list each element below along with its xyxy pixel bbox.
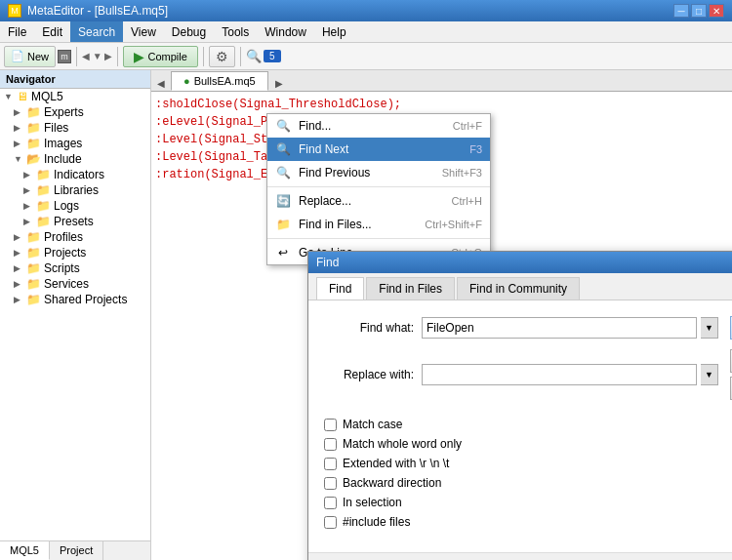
find-what-row: Find what: ▼ Find Next bbox=[324, 316, 732, 340]
nav-arrows: ◀ ▼ ▶ bbox=[82, 51, 112, 61]
expand-icon: ▶ bbox=[14, 279, 23, 289]
nav-tree: ▼ 🖥 MQL5 ▶ 📁 Experts ▶ 📁 Files ▶ 📁 Image… bbox=[0, 89, 150, 540]
folder-icon: 📁 bbox=[36, 215, 51, 228]
menu-find[interactable]: 🔍 Find... Ctrl+F bbox=[267, 114, 490, 138]
find-icon: 🔍 bbox=[275, 118, 291, 134]
tab-prev[interactable]: ◀ bbox=[151, 76, 171, 91]
app-icon: M bbox=[8, 4, 21, 18]
expand-icon: ▶ bbox=[23, 201, 33, 211]
menu-debug[interactable]: Debug bbox=[164, 21, 214, 42]
replace-with-input[interactable] bbox=[422, 364, 697, 385]
menu-window[interactable]: Window bbox=[257, 21, 314, 42]
folder-open-icon: 📂 bbox=[26, 152, 41, 166]
match-case-checkbox[interactable] bbox=[324, 419, 337, 431]
badge-count: 5 bbox=[264, 50, 281, 62]
goto-icon: ↩ bbox=[275, 245, 291, 260]
nav-shared-projects[interactable]: ▶ 📁 Shared Projects bbox=[0, 292, 150, 307]
navigator-header: Navigator bbox=[0, 70, 150, 89]
find-next-icon: 🔍 bbox=[275, 141, 291, 157]
compile-button[interactable]: ▶ Compile bbox=[123, 46, 197, 67]
nav-projects[interactable]: ▶ 📁 Projects bbox=[0, 245, 150, 260]
tab-next[interactable]: ▶ bbox=[269, 76, 289, 91]
folder-icon: 📁 bbox=[26, 277, 41, 291]
nav-logs[interactable]: ▶ 📁 Logs bbox=[0, 198, 150, 214]
title-bar: M MetaEditor - [BullsEA.mq5] ─ □ ✕ bbox=[0, 0, 732, 21]
minimize-button[interactable]: ─ bbox=[673, 4, 689, 18]
nav-images[interactable]: ▶ 📁 Images bbox=[0, 136, 150, 151]
editor-tabs: ◀ ● BullsEA.mq5 ▶ bbox=[151, 70, 732, 92]
search-icon: 🔍 bbox=[246, 49, 262, 63]
match-whole-word-checkbox[interactable] bbox=[324, 438, 337, 451]
separator-1 bbox=[76, 47, 77, 66]
cb-in-selection: In selection bbox=[324, 496, 732, 509]
menu-bar: File Edit Search View Debug Tools Window… bbox=[0, 21, 732, 43]
find-prev-icon: 🔍 bbox=[275, 165, 291, 180]
folder-icon: 📁 bbox=[26, 137, 41, 150]
folder-icon: 📁 bbox=[26, 121, 41, 135]
cb-backward: Backward direction bbox=[324, 476, 732, 490]
dialog-tab-find[interactable]: Find bbox=[316, 277, 364, 300]
nav-services[interactable]: ▶ 📁 Services bbox=[0, 276, 150, 292]
toolbar: 📄 New m ◀ ▼ ▶ ▶ Compile ⚙ 🔍 5 bbox=[0, 43, 732, 70]
cb-match-whole: Match whole word only bbox=[324, 437, 732, 451]
separator-2 bbox=[117, 47, 118, 66]
menu-help[interactable]: Help bbox=[314, 21, 354, 42]
menu-find-next[interactable]: 🔍 Find Next F3 bbox=[267, 138, 490, 161]
expand-icon: ▶ bbox=[14, 123, 23, 133]
in-selection-checkbox[interactable] bbox=[324, 497, 337, 509]
menu-tools[interactable]: Tools bbox=[214, 21, 257, 42]
menu-find-in-files[interactable]: 📁 Find in Files... Ctrl+Shift+F bbox=[267, 213, 490, 236]
window-title: MetaEditor - [BullsEA.mq5] bbox=[27, 4, 168, 18]
dialog-tab-find-in-files[interactable]: Find in Files bbox=[366, 277, 455, 300]
find-what-wrap: ▼ bbox=[422, 317, 718, 339]
settings-button[interactable]: ⚙ bbox=[209, 46, 235, 67]
expand-icon: ▶ bbox=[14, 107, 23, 117]
nav-include[interactable]: ▼ 📂 Include bbox=[0, 151, 150, 167]
expand-icon: ▶ bbox=[23, 170, 33, 180]
expand-icon: ▼ bbox=[4, 92, 14, 101]
close-button[interactable]: ✕ bbox=[709, 4, 724, 18]
new-button[interactable]: 📄 New bbox=[4, 46, 56, 67]
menu-find-previous[interactable]: 🔍 Find Previous Shift+F3 bbox=[267, 161, 490, 184]
menu-replace[interactable]: 🔄 Replace... Ctrl+H bbox=[267, 189, 490, 213]
nav-profiles[interactable]: ▶ 📁 Profiles bbox=[0, 229, 150, 245]
extended-checkbox[interactable] bbox=[324, 458, 337, 470]
replace-with-label: Replace with: bbox=[324, 368, 422, 381]
folder-icon: 📁 bbox=[26, 230, 41, 244]
nav-files[interactable]: ▶ 📁 Files bbox=[0, 120, 150, 136]
nav-indicators[interactable]: ▶ 📁 Indicators bbox=[0, 167, 150, 182]
replace-dropdown[interactable]: ▼ bbox=[701, 364, 718, 385]
include-files-checkbox[interactable] bbox=[324, 516, 337, 529]
nav-scripts[interactable]: ▶ 📁 Scripts bbox=[0, 260, 150, 276]
cb-match-case: Match case bbox=[324, 418, 732, 431]
folder-icon: 📁 bbox=[26, 246, 41, 260]
editor-tab-bullsea[interactable]: ● BullsEA.mq5 bbox=[171, 71, 268, 91]
nav-root[interactable]: ▼ 🖥 MQL5 bbox=[0, 89, 150, 104]
separator-3 bbox=[203, 47, 204, 66]
find-what-input[interactable] bbox=[422, 317, 697, 339]
menu-edit[interactable]: Edit bbox=[34, 21, 70, 42]
main-area: Navigator ▼ 🖥 MQL5 ▶ 📁 Experts ▶ 📁 Files… bbox=[0, 70, 732, 560]
cb-extended: Extended with \r \n \t bbox=[324, 457, 732, 470]
expand-icon: ▶ bbox=[14, 263, 23, 273]
replace-icon: 🔄 bbox=[275, 193, 291, 209]
replace-with-row: Replace with: ▼ Replace Replace All bbox=[324, 349, 732, 400]
nav-presets[interactable]: ▶ 📁 Presets bbox=[0, 214, 150, 229]
backward-checkbox[interactable] bbox=[324, 477, 337, 490]
maximize-button[interactable]: □ bbox=[691, 4, 707, 18]
nav-libraries[interactable]: ▶ 📁 Libraries bbox=[0, 182, 150, 198]
folder-icon: 📁 bbox=[36, 183, 51, 197]
tab-mql5[interactable]: MQL5 bbox=[0, 541, 50, 560]
dialog-footer: Cancel Help bbox=[308, 552, 732, 560]
expand-icon: ▶ bbox=[14, 248, 23, 258]
find-what-dropdown[interactable]: ▼ bbox=[701, 317, 718, 339]
menu-file[interactable]: File bbox=[0, 21, 34, 42]
nav-experts[interactable]: ▶ 📁 Experts bbox=[0, 104, 150, 120]
new-icon: 📄 bbox=[11, 50, 24, 62]
mq5-icon: m bbox=[58, 50, 71, 63]
menu-search[interactable]: Search bbox=[70, 21, 123, 42]
menu-view[interactable]: View bbox=[123, 21, 164, 42]
dialog-tab-find-community[interactable]: Find in Community bbox=[457, 277, 580, 300]
compile-icon: ▶ bbox=[134, 49, 144, 64]
tab-project[interactable]: Project bbox=[50, 541, 103, 560]
